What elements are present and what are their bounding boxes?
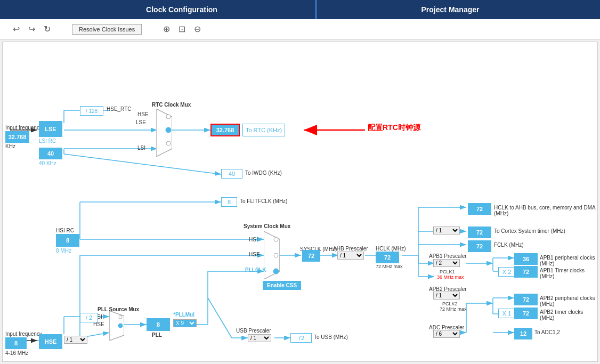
input-freq-hse-label: Input frequency bbox=[5, 331, 42, 337]
lsi-unit-label: 40 KHz bbox=[39, 160, 56, 166]
hse-div128-box[interactable]: / 128 bbox=[80, 106, 103, 116]
sysclk-box: 72 bbox=[302, 250, 320, 262]
svg-point-65 bbox=[119, 316, 122, 319]
hsi-unit-label: 8 MHz bbox=[56, 248, 71, 254]
hsi-div2-box[interactable]: / 2 bbox=[80, 313, 98, 322]
lse-box[interactable]: LSE bbox=[39, 121, 62, 137]
svg-point-57 bbox=[166, 115, 171, 119]
to-rtc-box: To RTC (KHz) bbox=[242, 124, 285, 136]
ahb-prescaler-select[interactable]: / 1 bbox=[337, 252, 364, 260]
flitfclk-value-box: 8 bbox=[221, 197, 237, 207]
usb-prescaler-label: USB Prescaler bbox=[236, 328, 271, 334]
pclk2-max-label: 72 MHz max bbox=[440, 306, 467, 312]
resolve-clock-button[interactable]: Resolve Clock Issues bbox=[72, 24, 142, 35]
iwdg-value-box: 40 bbox=[221, 169, 242, 179]
to-usb-label: To USB (MHz) bbox=[314, 334, 348, 340]
main-diagram: Input frequency 32.768 KHz LSE LSI RC 40… bbox=[2, 42, 598, 362]
hclk-box: 72 bbox=[376, 252, 399, 263]
header-logo bbox=[0, 0, 48, 19]
refresh-button[interactable]: ↻ bbox=[42, 23, 53, 35]
rtc-value-box[interactable]: 32.768 bbox=[210, 124, 240, 136]
hsi-box[interactable]: 8 bbox=[56, 234, 79, 247]
clock-config-title: Clock Configuration bbox=[146, 5, 217, 14]
adc-box: 12 bbox=[514, 328, 532, 339]
to-iwdg-label: To IWDG (KHz) bbox=[245, 170, 282, 176]
zoom-out-button[interactable]: ⊖ bbox=[192, 23, 203, 35]
apb1-peri-label: APB1 peripheral clocks (MHz) bbox=[540, 255, 597, 266]
svg-point-60 bbox=[273, 269, 279, 274]
svg-point-56 bbox=[166, 127, 171, 133]
apb1-prescaler-label: APB1 Prescaler bbox=[429, 253, 467, 259]
cortex-label: To Cortex System timer (MHz) bbox=[494, 228, 565, 234]
to-adc-label: To ADC1,2 bbox=[534, 329, 560, 335]
clock-config-tab[interactable]: Clock Configuration bbox=[48, 0, 317, 19]
apb1-div-select[interactable]: / 2 bbox=[433, 259, 460, 267]
usb-div-select[interactable]: / 1 bbox=[248, 334, 271, 342]
hclk-ahb-box: 72 bbox=[468, 203, 491, 215]
header: Clock Configuration Project Manager bbox=[0, 0, 600, 19]
svg-line-51 bbox=[208, 298, 232, 338]
apb1-peri-box: 36 bbox=[514, 253, 538, 265]
adc-div-select[interactable]: / 6 bbox=[433, 330, 460, 338]
apb2-timer-box: 72 bbox=[514, 308, 538, 319]
hse-input-freq-box[interactable]: 8 bbox=[5, 337, 27, 349]
lse-unit-label: KHz bbox=[5, 143, 15, 149]
lse-input-freq-box[interactable]: 32.768 bbox=[5, 131, 29, 143]
apb2-peri-box: 72 bbox=[514, 294, 538, 305]
toolbar: ↩ ↪ ↻ Resolve Clock Issues ⊕ ⊡ ⊖ bbox=[0, 19, 600, 39]
svg-point-64 bbox=[118, 323, 123, 328]
cortex-box: 72 bbox=[468, 227, 491, 238]
svg-point-61 bbox=[274, 237, 278, 241]
enable-css-button[interactable]: Enable CSS bbox=[263, 281, 301, 290]
hsi-sys-label: HSI bbox=[249, 237, 258, 242]
usb-value-box: 72 bbox=[290, 333, 312, 343]
clock-diagram: Input frequency 32.768 KHz LSE LSI RC 40… bbox=[3, 42, 597, 361]
fclk-label: FCLK (MHz) bbox=[494, 242, 524, 248]
apb1-timer-label: APB1 Timer clocks (MHz) bbox=[540, 268, 597, 279]
rtc-annotation: 配置RTC时钟源 bbox=[368, 123, 420, 133]
pllclk-sys-label: PLLCLK bbox=[245, 267, 266, 273]
hse-rtc-label: HSE_RTC bbox=[107, 106, 132, 112]
svg-line-13 bbox=[64, 154, 221, 174]
zoom-in-button[interactable]: ⊕ bbox=[161, 23, 172, 35]
pll-value-box[interactable]: 8 bbox=[147, 318, 170, 331]
lsi-mux-label: LSI bbox=[137, 145, 145, 151]
sys-mux-shape bbox=[264, 231, 280, 279]
apb1-timer-box: 72 bbox=[514, 266, 538, 278]
to-flitfclk-label: To FLITFCLK (MHz) bbox=[240, 198, 287, 204]
pll-src-mux-shape bbox=[109, 311, 124, 341]
rtc-mux-shape bbox=[156, 109, 172, 157]
lsi-rc-label: LSI RC bbox=[39, 138, 56, 144]
hse-div1-select[interactable]: / 1 bbox=[64, 336, 87, 344]
apb2-timer-label: APB2 timer clocks (MHz) bbox=[540, 309, 597, 321]
hclk-ahb-label: HCLK to AHB bus, core, memory and DMA (M… bbox=[494, 205, 598, 216]
hse-unit-label: 4-16 MHz bbox=[5, 350, 28, 356]
hclk-max-label: 72 MHz max bbox=[376, 264, 403, 269]
pclk1-max-label: 36 MHz max bbox=[437, 274, 464, 280]
pclk1-label: PCLK1 bbox=[440, 269, 455, 274]
cortex-div-select[interactable]: / 1 bbox=[433, 227, 460, 234]
hse-sys-label: HSE bbox=[249, 252, 260, 257]
lsi-box[interactable]: 40 bbox=[39, 148, 62, 159]
input-freq-lse-label: Input frequency bbox=[5, 125, 42, 131]
hse-box[interactable]: HSE bbox=[39, 334, 62, 349]
sys-mux-label: System Clock Mux bbox=[244, 223, 290, 229]
undo-button[interactable]: ↩ bbox=[11, 23, 22, 35]
svg-point-62 bbox=[274, 253, 278, 257]
project-manager-tab[interactable]: Project Manager bbox=[317, 0, 584, 19]
apb2-div-select[interactable]: / 1 bbox=[433, 292, 460, 300]
pll-mul-select[interactable]: X 9 bbox=[173, 319, 197, 327]
ahb-prescaler-label: AHB Prescaler bbox=[333, 246, 368, 252]
pclk2-label: PCLK2 bbox=[442, 301, 458, 306]
project-manager-title: Project Manager bbox=[421, 5, 480, 14]
apb2-x1-box: X 1 bbox=[498, 309, 515, 318]
pllmul-label: *PLLMul bbox=[173, 312, 194, 318]
svg-point-58 bbox=[166, 141, 171, 145]
fit-button[interactable]: ⊡ bbox=[176, 23, 188, 35]
apb2-peri-label: APB2 peripheral clocks (MHz) bbox=[540, 295, 597, 307]
redo-button[interactable]: ↪ bbox=[26, 23, 37, 35]
fclk-box: 72 bbox=[468, 240, 491, 252]
hse-mux-opt-label: HSE bbox=[137, 111, 149, 117]
header-end bbox=[584, 0, 600, 19]
apb1-x2-box: X 2 bbox=[498, 267, 515, 277]
